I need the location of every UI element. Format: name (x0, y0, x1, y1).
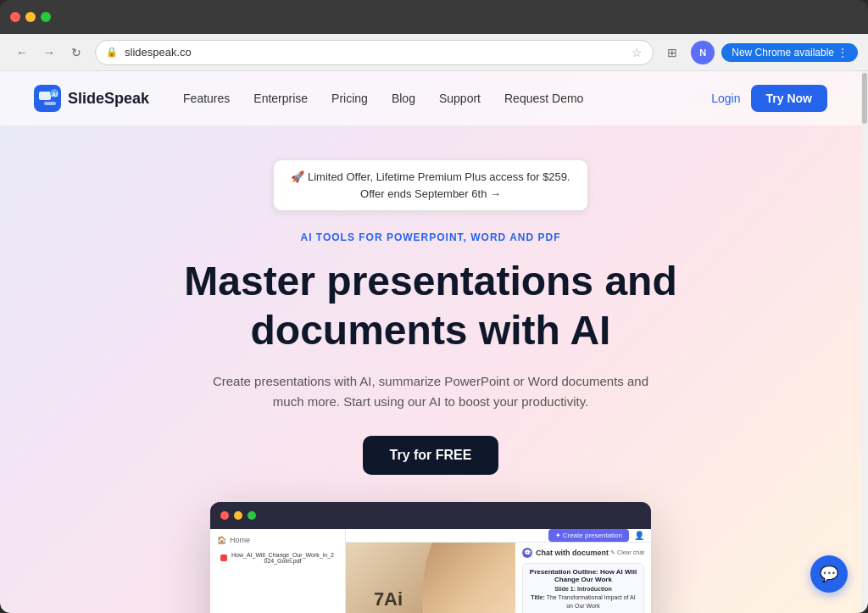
preview-titlebar (210, 502, 651, 529)
close-traffic-light[interactable] (10, 12, 20, 22)
url-text: slidespeak.co (125, 46, 625, 59)
scrollbar-thumb[interactable] (862, 73, 867, 124)
robot-silhouette (422, 543, 515, 613)
forward-button[interactable]: → (37, 41, 61, 64)
chat-widget-icon: 💬 (820, 565, 838, 583)
hero-title: Master presentations and documents with … (184, 257, 676, 354)
nav-actions: Login Try Now (711, 85, 827, 112)
chat-bubble-icon: 💬 (522, 548, 532, 558)
nav-enterprise[interactable]: Enterprise (253, 92, 308, 105)
chat-msg-title: Presentation Outline: How AI Will Change… (529, 568, 637, 583)
refresh-button[interactable]: ↻ (64, 41, 88, 64)
svg-rect-1 (39, 92, 51, 100)
website-content: AI SlideSpeak Features Enterprise Pricin… (0, 71, 868, 613)
nav-links: Features Enterprise Pricing Blog Support… (183, 92, 711, 105)
chrome-update-label: New Chrome available (732, 47, 834, 59)
promo-line2: Offer ends September 6th → (291, 186, 570, 203)
promo-banner[interactable]: 🚀 Limited Offer, Lifetime Premium Plus a… (273, 159, 587, 211)
pdf-icon (220, 554, 227, 561)
preview-sidebar: 🏠 Home How_AI_Will_Change_Our_Work_in_20… (210, 529, 346, 613)
chat-message: Presentation Outline: How AI Will Change… (522, 563, 644, 613)
chat-slide-label: Slide 1: Introduction (529, 586, 637, 592)
preview-filename: How_AI_Will_Change_Our_Work_in_2024_Golm… (231, 552, 335, 564)
profile-button[interactable]: N (691, 41, 715, 64)
create-pres-label: ✦ Create presentation (555, 532, 623, 539)
chat-header: 💬 Chat with document ✎ Clear chat (522, 548, 644, 558)
lock-icon: 🔒 (106, 47, 118, 58)
back-button[interactable]: ← (10, 41, 34, 64)
preview-body: 🏠 Home How_AI_Will_Change_Our_Work_in_20… (210, 529, 651, 613)
slide-image: 7Ai (346, 543, 515, 613)
preview-file-item: How_AI_Will_Change_Our_Work_in_2024_Golm… (217, 549, 338, 566)
nav-features[interactable]: Features (183, 92, 230, 105)
home-icon: 🏠 (217, 536, 226, 544)
preview-slide-area: 7Ai (346, 543, 515, 613)
main-content: AI SlideSpeak Features Enterprise Pricin… (0, 71, 861, 613)
create-presentation-button[interactable]: ✦ Create presentation (548, 529, 630, 542)
toolbar-right: ⊞ N New Chrome available ⋮ (660, 41, 858, 64)
svg-text:AI: AI (52, 92, 58, 98)
nav-buttons: ← → ↻ (10, 41, 88, 64)
minimize-traffic-light[interactable] (25, 12, 36, 22)
nav-pricing[interactable]: Pricing (331, 92, 368, 105)
login-button[interactable]: Login (711, 92, 740, 105)
app-preview: 🏠 Home How_AI_Will_Change_Our_Work_in_20… (210, 502, 651, 613)
svg-rect-2 (44, 102, 56, 105)
chrome-update-button[interactable]: New Chrome available ⋮ (721, 43, 858, 62)
preview-content-area: 7Ai 💬 Chat with documen (346, 543, 651, 613)
scrollbar-track[interactable] (861, 71, 868, 613)
preview-close-dot (220, 511, 229, 520)
browser-titlebar (0, 0, 868, 34)
browser-window: ← → ↻ 🔒 slidespeak.co ☆ ⊞ N New Chrome a… (0, 0, 868, 613)
nav-support[interactable]: Support (439, 92, 481, 105)
browser-toolbar: ← → ↻ 🔒 slidespeak.co ☆ ⊞ N New Chrome a… (0, 34, 868, 71)
preview-chat-area: 💬 Chat with document ✎ Clear chat Presen… (515, 543, 651, 613)
hero-description: Create presentations with AI, summarize … (210, 371, 651, 412)
hero-subtitle: AI TOOLS FOR POWERPOINT, WORD AND PDF (301, 231, 561, 243)
maximize-traffic-light[interactable] (41, 12, 51, 22)
address-bar[interactable]: 🔒 slidespeak.co ☆ (95, 40, 654, 65)
logo-area: AI SlideSpeak (34, 85, 149, 112)
extensions-button[interactable]: ⊞ (660, 41, 684, 64)
preview-header-bar: ✦ Create presentation 👤 (346, 529, 651, 543)
ai-text-overlay: 7Ai (374, 588, 403, 610)
preview-maximize-dot (248, 511, 256, 520)
chrome-update-menu-icon: ⋮ (837, 47, 848, 59)
preview-user-icon: 👤 (634, 531, 644, 540)
traffic-lights (10, 12, 51, 22)
site-nav: AI SlideSpeak Features Enterprise Pricin… (0, 71, 861, 125)
hero-section: 🚀 Limited Offer, Lifetime Premium Plus a… (0, 125, 861, 613)
preview-main: ✦ Create presentation 👤 7Ai (346, 529, 651, 613)
bookmark-icon[interactable]: ☆ (632, 46, 643, 59)
promo-line1: 🚀 Limited Offer, Lifetime Premium Plus a… (291, 169, 570, 186)
logo-text: SlideSpeak (68, 90, 149, 108)
slidespeak-logo-icon: AI (34, 85, 61, 112)
clear-chat-button[interactable]: ✎ Clear chat (610, 549, 644, 556)
chat-item-title: Title: The Transformational Impact of AI… (529, 593, 637, 610)
nav-request-demo[interactable]: Request Demo (504, 92, 583, 105)
nav-blog[interactable]: Blog (392, 92, 415, 105)
preview-breadcrumb: 🏠 Home (217, 536, 338, 544)
chat-widget-button[interactable]: 💬 (810, 555, 848, 593)
try-free-button[interactable]: Try for FREE (363, 436, 499, 475)
preview-minimize-dot (234, 511, 242, 520)
try-now-button[interactable]: Try Now (751, 85, 827, 112)
chat-title: 💬 Chat with document (522, 548, 609, 558)
